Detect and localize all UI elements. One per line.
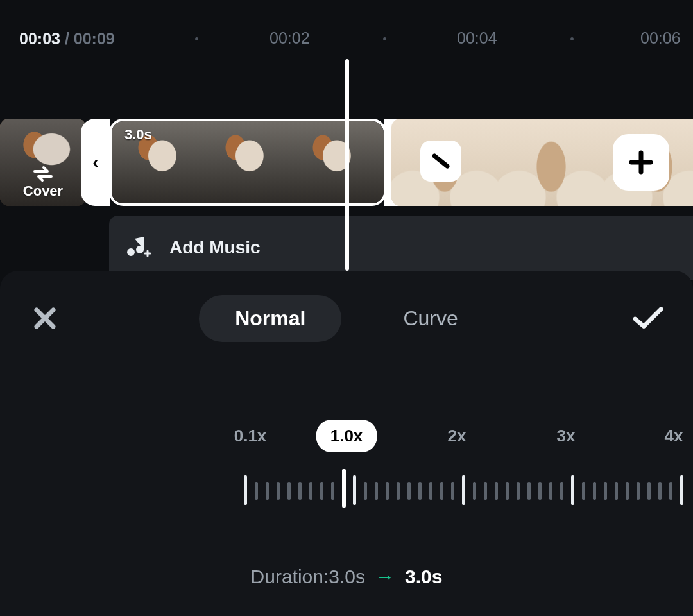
tab-curve[interactable]: Curve (367, 307, 493, 330)
slider-tick (615, 482, 618, 500)
slider-tick (669, 482, 672, 500)
slider-tick (647, 482, 651, 500)
time-ruler: 00:03 / 00:09 00:02 00:04 00:06 (0, 26, 693, 51)
arrow-right-icon: → (375, 566, 395, 588)
slider-tick (637, 482, 640, 500)
slider-tick (298, 482, 302, 500)
slider-tick (571, 475, 574, 505)
slider-tick (495, 482, 498, 500)
speed-slider[interactable] (0, 469, 693, 508)
ruler-dot (383, 37, 386, 40)
speed-selected[interactable]: 1.0x (316, 420, 377, 452)
transition-button[interactable] (420, 141, 461, 182)
check-icon (631, 305, 665, 332)
slider-tick (626, 482, 629, 500)
ruler-tick-label: 00:04 (457, 29, 497, 47)
add-music-label: Add Music (169, 237, 261, 258)
add-clip-button[interactable] (613, 134, 669, 191)
transition-icon (429, 150, 452, 173)
ruler-tick-label: 00:02 (270, 29, 310, 47)
slider-tick (353, 475, 356, 505)
slider-tick (582, 482, 585, 500)
slider-tick (331, 482, 334, 500)
panel-header: Normal Curve (0, 295, 693, 341)
clip-frame (286, 121, 373, 203)
slider-tick (517, 482, 520, 500)
slider-tick (429, 482, 432, 500)
slider-tick (538, 482, 542, 500)
ruler-tick-label: 00:06 (640, 29, 681, 47)
handle-glyph: ‹ (92, 152, 98, 173)
music-plus-icon (127, 235, 151, 260)
slider-tick (473, 482, 476, 500)
ruler-dot (195, 37, 198, 40)
slider-tick (244, 475, 247, 505)
speed-labels: 0.1x 1.0x 2x 3x 4x (0, 417, 693, 456)
speed-mode-tabs: Normal Curve (199, 295, 494, 342)
cancel-button[interactable] (28, 302, 62, 335)
clip-frame (199, 121, 286, 203)
ruler-dot (570, 37, 574, 40)
slider-tick (375, 482, 378, 500)
slider-tick (527, 482, 531, 500)
playhead[interactable] (345, 59, 349, 271)
time-total-value: 00:09 (74, 30, 115, 47)
slider-tick (604, 482, 607, 500)
slider-tick (549, 482, 552, 500)
slider-tick (309, 482, 312, 500)
slider-tick (440, 482, 443, 500)
svg-line-0 (434, 156, 447, 166)
slider-tick (506, 482, 509, 500)
slider-tick (462, 475, 465, 505)
confirm-button[interactable] (631, 302, 665, 335)
speed-option[interactable]: 3x (557, 426, 576, 446)
slider-tick (266, 482, 269, 500)
slider-tick (680, 475, 683, 505)
duration-to-value: 3.0s (405, 566, 442, 588)
duration-readout: Duration:3.0s → 3.0s (0, 566, 693, 588)
slider-tick (451, 482, 454, 500)
slider-tick (342, 469, 346, 508)
slider-tick (658, 482, 662, 500)
slider-tick (320, 482, 323, 500)
slider-tick (560, 482, 563, 500)
slider-tick (386, 482, 389, 500)
clip-duration-label: 3.0s (124, 126, 152, 143)
close-icon (31, 305, 58, 332)
slider-ticks (244, 469, 680, 508)
slider-tick (397, 482, 400, 500)
slider-tick (484, 482, 487, 500)
add-music-button[interactable]: Add Music (109, 216, 693, 280)
trim-handle-left[interactable]: ‹ (81, 119, 110, 206)
speed-option[interactable]: 2x (448, 426, 466, 446)
speed-option[interactable]: 0.1x (234, 426, 267, 446)
duration-from-label: Duration:3.0s (251, 566, 365, 588)
swap-icon (32, 165, 54, 183)
slider-tick (418, 482, 422, 500)
slider-tick (255, 482, 258, 500)
slider-tick (407, 482, 411, 500)
plus-icon (626, 148, 656, 177)
cover-label: Cover (23, 183, 63, 200)
tab-normal[interactable]: Normal (199, 295, 341, 342)
slider-tick (593, 482, 596, 500)
time-current: 00:03 (19, 30, 60, 48)
speed-panel: Normal Curve 0.1x 1.0x 2x 3x 4x Duration… (0, 271, 693, 616)
time-total: / 00:09 (60, 30, 115, 48)
speed-option[interactable]: 4x (665, 426, 683, 446)
slider-tick (287, 482, 291, 500)
cover-clip[interactable]: Cover (0, 119, 86, 206)
video-speed-editor: 00:03 / 00:09 00:02 00:04 00:06 Cover ‹ … (0, 0, 693, 616)
slider-tick (277, 482, 280, 500)
clip-frame (498, 119, 604, 206)
slider-tick (364, 482, 367, 500)
